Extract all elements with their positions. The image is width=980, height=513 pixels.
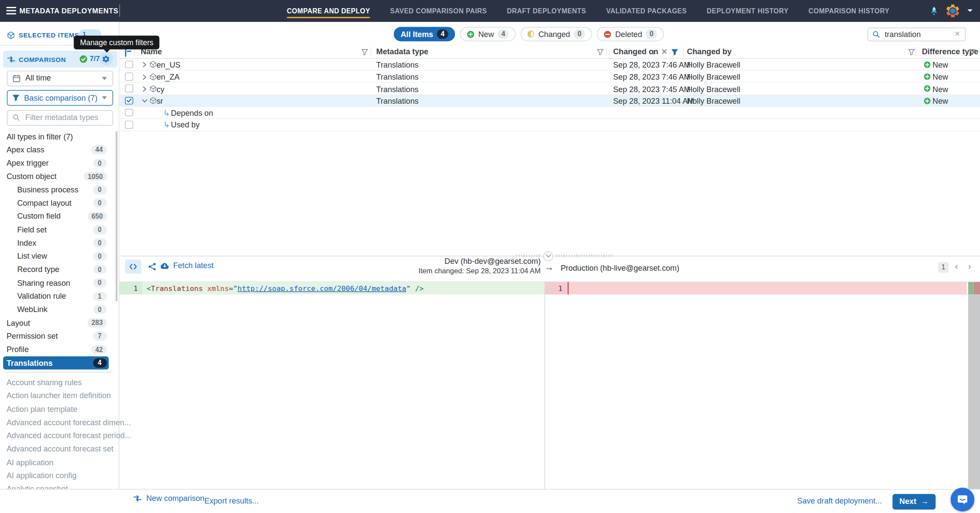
filter-icon[interactable] bbox=[597, 49, 604, 56]
metadata-type-item[interactable]: Business process 0 bbox=[3, 183, 109, 197]
package-icon bbox=[149, 97, 156, 104]
metadata-type-item[interactable]: WebLink 0 bbox=[3, 303, 109, 316]
row-checkbox[interactable] bbox=[125, 85, 133, 93]
metadata-type-search-input[interactable] bbox=[24, 113, 102, 123]
row-checkbox[interactable] bbox=[125, 121, 133, 129]
previous-diff-button[interactable]: ‹ bbox=[955, 261, 958, 271]
source-org-info: Dev (hb-dev@gearset.com) Item changed: S… bbox=[419, 257, 541, 275]
metadata-type-item[interactable]: Translations 4 bbox=[3, 356, 109, 370]
results-search[interactable]: ✕ bbox=[867, 28, 965, 41]
chat-widget-button[interactable] bbox=[951, 488, 974, 511]
filter-icon[interactable] bbox=[969, 49, 976, 56]
compare-arrows-icon bbox=[133, 494, 142, 503]
metadata-type-item[interactable]: Sharing reason 0 bbox=[3, 277, 109, 290]
next-diff-button[interactable]: › bbox=[968, 261, 971, 271]
metadata-type-count-badge: 7 bbox=[93, 332, 107, 341]
clear-search-icon[interactable]: ✕ bbox=[955, 30, 960, 38]
table-row-selected[interactable]: sr Translations Sep 28, 2023 11:04 AM Ho… bbox=[119, 95, 980, 107]
nav-tab[interactable]: DRAFT DEPLOYMENTS bbox=[507, 5, 586, 17]
filter-active-icon[interactable] bbox=[671, 49, 678, 56]
compare-arrows-icon bbox=[6, 55, 15, 63]
row-checkbox[interactable] bbox=[125, 109, 133, 117]
comparison-section-button[interactable]: COMPARISON 7/7 bbox=[3, 50, 117, 67]
rocket-icon[interactable] bbox=[930, 6, 938, 16]
table-row[interactable]: cy Translations Sep 28, 2023 7:45 AM Hol… bbox=[119, 83, 980, 95]
save-draft-deployment-button[interactable]: Save draft deployment... bbox=[797, 497, 882, 505]
metadata-type-item[interactable]: Index 0 bbox=[3, 237, 109, 250]
filter-icon[interactable] bbox=[361, 49, 368, 56]
metadata-type-item-disabled[interactable]: Account sharing rules bbox=[0, 376, 119, 389]
source-org-title: Dev (hb-dev@gearset.com) bbox=[419, 257, 541, 266]
metadata-type-item[interactable]: Validation rule 1 bbox=[3, 290, 109, 303]
metadata-type-item[interactable]: List view 0 bbox=[3, 250, 109, 263]
filter-pill-changed[interactable]: Changed 0 bbox=[521, 27, 592, 41]
collapse-diff-button[interactable] bbox=[543, 251, 553, 261]
comparison-filter-select[interactable]: Basic comparison (7) bbox=[6, 90, 113, 105]
row-checkbox[interactable] bbox=[125, 61, 133, 68]
metadata-type-item-disabled[interactable]: Action launcher item definition bbox=[0, 389, 119, 403]
results-search-input[interactable] bbox=[884, 29, 952, 39]
nav-tab[interactable]: SAVED COMPARISON PAIRS bbox=[390, 5, 487, 17]
hamburger-menu-icon[interactable] bbox=[6, 7, 16, 14]
clear-sort-icon[interactable]: ✕ bbox=[661, 48, 668, 56]
nav-tab[interactable]: COMPARISON HISTORY bbox=[808, 5, 889, 17]
metadata-type-item[interactable]: Permission set 7 bbox=[3, 330, 109, 343]
code-view-button[interactable] bbox=[125, 260, 141, 274]
metadata-type-search[interactable] bbox=[6, 110, 113, 125]
metadata-type-item-disabled[interactable]: Advanced account forecast dimen... bbox=[0, 416, 119, 430]
item-changed-by: Holly Bracewell bbox=[687, 73, 740, 81]
nav-tab[interactable]: VALIDATED PACKAGES bbox=[606, 5, 687, 17]
table-subrow-used-by[interactable]: ↳ Used by bbox=[119, 119, 980, 131]
time-filter-select[interactable]: All time bbox=[6, 70, 113, 86]
metadata-type-item-disabled[interactable]: AI application config bbox=[0, 469, 119, 482]
chevron-right-icon[interactable] bbox=[142, 86, 147, 92]
diff-scrollbar[interactable] bbox=[968, 294, 980, 489]
avatar-gear-icon[interactable] bbox=[945, 3, 961, 19]
export-results-button[interactable]: Export results... bbox=[204, 497, 259, 505]
metadata-type-item[interactable]: Compact layout 0 bbox=[3, 197, 109, 210]
table-subrow-depends-on[interactable]: ↳ Depends on bbox=[119, 107, 980, 119]
table-row[interactable]: en_ZA Translations Sep 28, 2023 7:46 AM … bbox=[119, 71, 980, 83]
metadata-type-count-badge: 0 bbox=[93, 278, 107, 287]
new-comparison-button[interactable]: New comparison bbox=[133, 494, 204, 503]
column-header-type[interactable]: Metadata type bbox=[376, 47, 428, 56]
filter-pill-all[interactable]: All Items 4 bbox=[394, 27, 455, 41]
metadata-type-item[interactable]: Field set 0 bbox=[3, 223, 109, 237]
filter-icon[interactable] bbox=[908, 49, 915, 56]
row-checkbox[interactable] bbox=[125, 73, 133, 80]
metadata-type-item-disabled[interactable]: Action plan template bbox=[0, 403, 119, 416]
filter-pill-new[interactable]: New 4 bbox=[460, 27, 516, 41]
nav-tab[interactable]: DEPLOYMENT HISTORY bbox=[707, 5, 789, 17]
chevron-down-icon[interactable] bbox=[142, 99, 147, 103]
metadata-type-item[interactable]: Apex trigger 0 bbox=[3, 157, 109, 170]
share-icon[interactable] bbox=[148, 263, 156, 271]
manage-filters-gear-button[interactable] bbox=[99, 52, 113, 66]
next-button[interactable]: Next → bbox=[893, 494, 936, 510]
metadata-type-count-badge: 650 bbox=[88, 212, 107, 221]
row-checkbox-checked[interactable] bbox=[125, 97, 133, 105]
metadata-type-item-disabled[interactable]: AI application bbox=[0, 456, 119, 470]
column-header-changed-by[interactable]: Changed by bbox=[687, 47, 732, 56]
metadata-type-item-disabled[interactable]: Advanced account forecast set bbox=[0, 443, 119, 456]
metadata-type-item[interactable]: All types in filter (7) bbox=[3, 130, 109, 143]
chevron-right-icon[interactable] bbox=[142, 62, 147, 68]
metadata-type-item[interactable]: Profile 42 bbox=[3, 343, 109, 356]
metadata-type-item[interactable]: Custom object 1050 bbox=[3, 170, 109, 183]
filter-pill-deleted[interactable]: Deleted 0 bbox=[597, 27, 664, 41]
metadata-type-item[interactable]: Apex class 44 bbox=[3, 143, 109, 157]
chevron-right-icon[interactable] bbox=[142, 74, 147, 80]
sort-desc-icon[interactable]: ↓ bbox=[652, 48, 655, 56]
metadata-type-label: Account sharing rules bbox=[6, 378, 82, 387]
metadata-type-label: Custom field bbox=[17, 212, 61, 221]
table-row[interactable]: en_US Translations Sep 28, 2023 7:46 AM … bbox=[119, 59, 980, 71]
metadata-type-item[interactable]: Layout 283 bbox=[3, 316, 109, 330]
fetch-latest-button[interactable]: Fetch latest bbox=[160, 261, 213, 270]
branch-arrow-icon: ↳ bbox=[163, 120, 170, 130]
code-url[interactable]: http://soap.sforce.com/2006/04/metadata bbox=[237, 284, 406, 292]
sidebar-scrollbar[interactable] bbox=[115, 131, 117, 301]
nav-tab[interactable]: COMPARE AND DEPLOY bbox=[287, 5, 370, 17]
account-menu-caret-icon[interactable] bbox=[968, 9, 973, 12]
metadata-type-item-disabled[interactable]: Advanced account forecast period... bbox=[0, 430, 119, 443]
metadata-type-item[interactable]: Custom field 650 bbox=[3, 210, 109, 223]
metadata-type-item[interactable]: Record type 0 bbox=[3, 263, 109, 277]
